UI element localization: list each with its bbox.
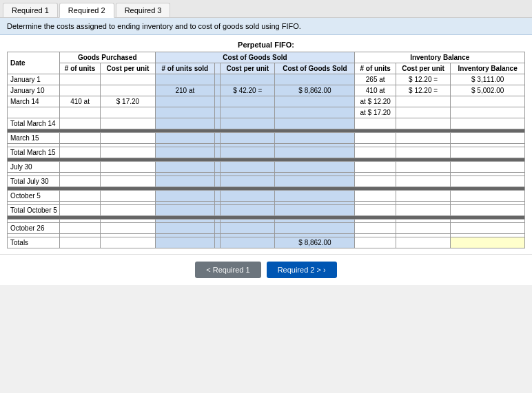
header-date: Date bbox=[8, 52, 60, 74]
tab-required3[interactable]: Required 3 bbox=[116, 3, 171, 17]
header-inventory-balance: Inventory Balance bbox=[355, 52, 525, 63]
subheader-cogs-val: Cost of Goods Sold bbox=[275, 63, 355, 74]
row-total-july30: Total July 30 bbox=[8, 176, 525, 187]
row-october5: October 5 bbox=[8, 191, 525, 202]
subheader-cost-per-unit-sold bbox=[215, 63, 221, 74]
subheader-inv-bal: Inventory Balance bbox=[451, 63, 525, 74]
bottom-nav: < Required 1 Required 2 > bbox=[0, 254, 532, 285]
row-total-march15: Total March 15 bbox=[8, 147, 525, 158]
row-totals: Totals $ 8,862.00 bbox=[8, 237, 525, 248]
next-button[interactable]: Required 2 > bbox=[267, 262, 337, 278]
row-january1: January 1 265 at $ 12.20 = $ 3,111.00 bbox=[8, 74, 525, 85]
tabs-bar: Required 1 Required 2 Required 3 bbox=[0, 0, 532, 18]
fifo-table: Date Goods Purchased Cost of Goods Sold … bbox=[7, 52, 525, 248]
subheader-inv-cost: Cost per unit bbox=[396, 63, 450, 74]
row-july30: July 30 bbox=[8, 162, 525, 173]
prev-button[interactable]: < Required 1 bbox=[195, 262, 260, 278]
main-content: Perpetual FIFO: Date Goods Purchased Cos… bbox=[0, 35, 532, 254]
row-january10: January 10 210 at $ 42.20 = $ 8,862.00 4… bbox=[8, 85, 525, 96]
instruction-bar: Determine the costs assigned to ending i… bbox=[0, 18, 532, 35]
subheader-num-units: # of units bbox=[59, 63, 100, 74]
subheader-units-sold: # of units sold bbox=[155, 63, 214, 74]
row-total-march14: Total March 14 bbox=[8, 118, 525, 129]
row-march14b: at $ 17.20 bbox=[8, 107, 525, 118]
tab-required2[interactable]: Required 2 bbox=[59, 3, 114, 18]
row-march15: March 15 bbox=[8, 133, 525, 144]
subheader-inv-units: # of units bbox=[355, 63, 396, 74]
tab-required1[interactable]: Required 1 bbox=[3, 3, 58, 17]
row-march14: March 14 410 at $ 17.20 at $ 12.20 bbox=[8, 96, 525, 107]
row-october26: October 26 bbox=[8, 223, 525, 234]
subheader-cost-per-unit-sold2: Cost per unit bbox=[221, 63, 275, 74]
subheader-cost-per-unit: Cost per unit bbox=[101, 63, 155, 74]
section-title: Perpetual FIFO: bbox=[7, 41, 525, 49]
header-cogs: Cost of Goods Sold bbox=[155, 52, 355, 63]
header-goods-purchased: Goods Purchased bbox=[59, 52, 155, 63]
row-total-october5: Total October 5 bbox=[8, 205, 525, 216]
